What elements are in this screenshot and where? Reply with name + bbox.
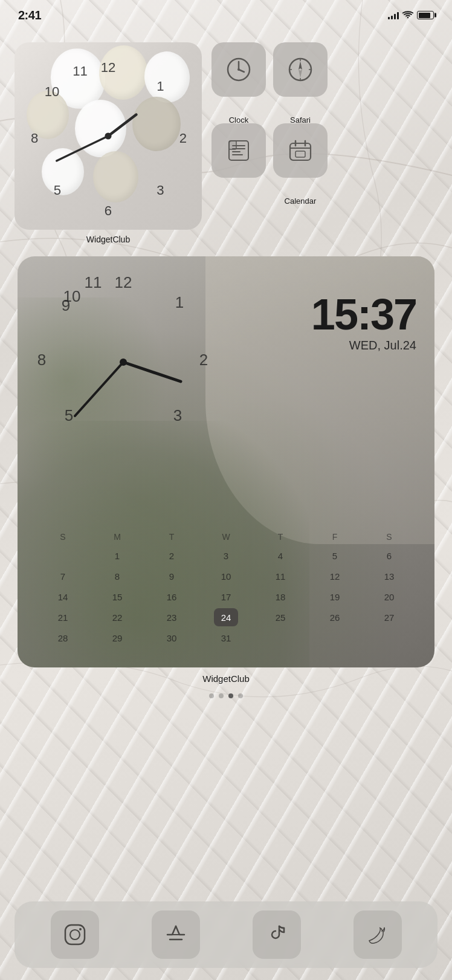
- status-icons: [388, 11, 434, 19]
- svg-text:3: 3: [157, 183, 164, 198]
- svg-point-15: [237, 68, 240, 71]
- cal-day: 30: [160, 629, 184, 647]
- news-app-wrapper: [211, 123, 266, 192]
- page-dot-3[interactable]: [238, 693, 243, 698]
- cal-day: 8: [105, 567, 129, 585]
- widget-bg: 12 1 2 3 6 5 8 10 11: [15, 42, 202, 230]
- digital-time: 15:37: [311, 293, 416, 336]
- svg-rect-33: [295, 151, 305, 157]
- svg-text:5: 5: [65, 406, 73, 424]
- widgetclub-small-widget[interactable]: 12 1 2 3 6 5 8 10 11: [15, 42, 202, 230]
- digital-date: WED, Jul.24: [311, 339, 416, 352]
- page-dots: [15, 693, 437, 698]
- svg-text:6: 6: [105, 203, 112, 218]
- large-widget-container[interactable]: 12 1 2 3 5 8 9 10 11: [18, 256, 434, 667]
- wifi-icon: [402, 11, 413, 19]
- cal-row-2: 7 8 9 10 11 12 13: [36, 567, 416, 585]
- cal-day: 10: [214, 567, 238, 585]
- status-time: 2:41: [18, 8, 41, 22]
- cal-day: 18: [268, 588, 292, 606]
- signal-bar-4: [397, 12, 399, 19]
- svg-rect-46: [65, 925, 85, 944]
- svg-rect-29: [290, 143, 311, 160]
- svg-point-45: [120, 359, 127, 366]
- cal-day: 25: [268, 608, 292, 626]
- cal-day: 31: [214, 629, 238, 647]
- news-app-icon[interactable]: [211, 123, 266, 178]
- safari-icon: [286, 55, 315, 84]
- cal-day: 3: [214, 547, 238, 565]
- app-icons-grid: Clock: [211, 42, 437, 192]
- cal-day: 20: [377, 588, 401, 606]
- svg-marker-18: [299, 70, 302, 78]
- twitter-dock-icon[interactable]: [354, 910, 402, 959]
- cal-day: [268, 629, 292, 647]
- news-icon: [224, 136, 253, 165]
- cal-day: 7: [51, 567, 75, 585]
- cal-row-1: 1 2 3 4 5 6: [36, 547, 416, 565]
- svg-text:10: 10: [45, 84, 60, 99]
- calendar-area: S M T W T F S 1 2 3 4: [36, 532, 416, 649]
- svg-line-9: [108, 115, 137, 136]
- svg-text:8: 8: [31, 131, 38, 146]
- cal-day: 2: [160, 547, 184, 565]
- cal-day: 29: [105, 629, 129, 647]
- svg-text:2: 2: [199, 351, 208, 369]
- clock-app-icon[interactable]: [211, 42, 266, 97]
- tiktok-dock-icon[interactable]: [253, 910, 301, 959]
- calendar-header-row: S M T W T F S: [36, 532, 416, 542]
- cal-day: 19: [323, 588, 347, 606]
- cal-row-5: 28 29 30 31: [36, 629, 416, 647]
- cal-day: 23: [160, 608, 184, 626]
- cal-header-s1: S: [51, 532, 75, 542]
- svg-line-10: [57, 136, 108, 161]
- svg-text:5: 5: [54, 183, 61, 198]
- svg-text:10: 10: [63, 287, 81, 305]
- svg-rect-28: [229, 141, 236, 149]
- svg-text:1: 1: [175, 293, 184, 311]
- svg-point-48: [79, 928, 82, 930]
- calendar-app-icon[interactable]: [273, 123, 328, 178]
- cal-day: 4: [268, 547, 292, 565]
- svg-text:11: 11: [85, 273, 102, 291]
- instagram-dock-icon[interactable]: [51, 910, 99, 959]
- clock-app-wrapper: Clock: [211, 42, 266, 111]
- cal-day: 12: [323, 567, 347, 585]
- cal-day: 15: [105, 588, 129, 606]
- tiktok-icon: [263, 921, 290, 948]
- cal-day: 5: [323, 547, 347, 565]
- calendar-app-label: Calendar: [285, 196, 317, 206]
- cal-day: 14: [51, 588, 75, 606]
- page-dot-0[interactable]: [209, 693, 214, 698]
- page-dot-1[interactable]: [219, 693, 224, 698]
- widgetclub-small-label: WidgetClub: [86, 235, 130, 244]
- svg-text:2: 2: [179, 131, 187, 146]
- battery-icon: [417, 11, 434, 19]
- safari-app-icon[interactable]: [273, 42, 328, 97]
- cal-row-3: 14 15 16 17 18 19 20: [36, 588, 416, 606]
- cal-header-w: W: [214, 532, 238, 542]
- large-clock-svg: 12 1 2 3 5 8 9 10 11: [18, 256, 235, 498]
- home-content: 12 1 2 3 6 5 8 10 11: [0, 30, 452, 980]
- cal-day: 9: [160, 567, 184, 585]
- signal-bar-1: [388, 17, 390, 19]
- large-widget-section: 12 1 2 3 5 8 9 10 11: [15, 256, 437, 684]
- page-dot-2[interactable]: [228, 693, 233, 698]
- svg-text:12: 12: [101, 60, 116, 75]
- small-clock-svg: 12 1 2 3 6 5 8 10 11: [15, 42, 202, 230]
- appstore-icon: [163, 921, 189, 948]
- cal-header-m: M: [105, 532, 129, 542]
- cal-day: 1: [105, 547, 129, 565]
- instagram-icon: [62, 921, 88, 948]
- safari-app-wrapper: Safari: [273, 42, 328, 111]
- cal-day: 6: [377, 547, 401, 565]
- cal-day: 26: [323, 608, 347, 626]
- cal-day: 22: [105, 608, 129, 626]
- calendar-app-wrapper: Calendar: [273, 123, 328, 192]
- app-icon-row-1: Clock: [211, 42, 437, 111]
- svg-marker-17: [299, 61, 302, 70]
- appstore-dock-icon[interactable]: [152, 910, 200, 959]
- signal-icon: [388, 11, 399, 19]
- signal-bar-2: [391, 16, 393, 19]
- svg-text:8: 8: [37, 351, 46, 369]
